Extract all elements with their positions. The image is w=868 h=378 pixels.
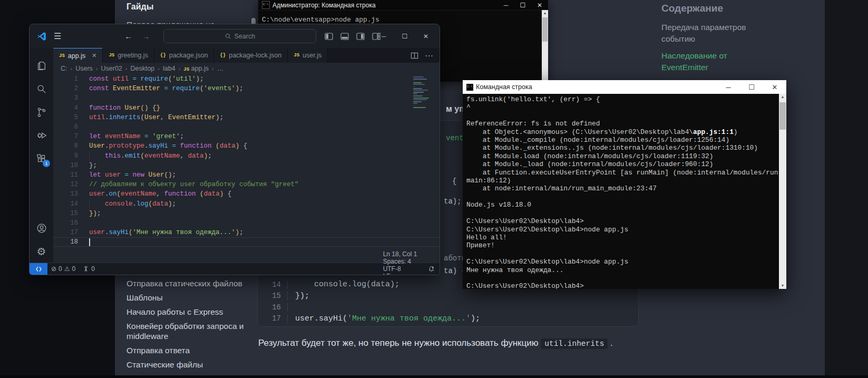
extensions-icon[interactable]: 1: [30, 147, 53, 170]
left-nav-items: Отправка статических файловШаблоныНачало…: [126, 278, 252, 378]
breadcrumb-item[interactable]: User02: [101, 65, 122, 72]
breadcrumb-item[interactable]: …: [217, 65, 224, 72]
page-code-line: 17user.sayHi('Мне нужна твоя одежда...')…: [258, 313, 638, 325]
panel-left-icon[interactable]: [325, 32, 333, 41]
sidebar-nav-item[interactable]: Статические файлы: [126, 360, 252, 370]
settings-gear-icon[interactable]: ⚙: [30, 240, 53, 263]
sidebar-nav-item[interactable]: Отправка ответа: [126, 345, 252, 355]
line-number: 15: [258, 292, 287, 300]
code-editor[interactable]: 1const util = require('util');2const Eve…: [53, 74, 440, 263]
cmd-window: C:\ Командная строка ─ ☐ ✕ fs.unlink('he…: [463, 80, 786, 289]
breadcrumb-separator: ›: [211, 65, 215, 72]
scroll-down-icon[interactable]: ▼: [779, 283, 786, 289]
tab-package.json[interactable]: {}package.json: [154, 48, 214, 63]
tab-label: user.js: [303, 52, 321, 59]
scroll-up-icon[interactable]: ▲: [542, 10, 548, 16]
line-number: 5: [53, 114, 89, 121]
panel-bottom-icon[interactable]: [340, 32, 349, 41]
editor-lines: 1const util = require('util');2const Eve…: [53, 74, 440, 247]
explorer-icon[interactable]: [30, 54, 53, 77]
close-button[interactable]: ✕: [417, 33, 434, 40]
code-line: 3: [53, 93, 440, 103]
close-button[interactable]: ✕: [531, 2, 548, 9]
code-line: 11let user = new User();: [53, 170, 440, 180]
page-code-line: 15});: [258, 290, 638, 302]
minimap[interactable]: [413, 76, 432, 109]
code-line: 18: [53, 237, 440, 247]
line-number: 17: [53, 229, 89, 236]
maximize-button[interactable]: ☐: [514, 2, 531, 9]
console-line: Мне нужна твоя одежда...: [466, 266, 778, 274]
indentation-setting[interactable]: Spaces: 4: [378, 258, 423, 265]
tab-package-lock.json[interactable]: {}package-lock.json: [214, 48, 288, 63]
minimize-button[interactable]: ─: [375, 33, 392, 40]
breadcrumb-item[interactable]: C:: [61, 65, 67, 72]
search-sidebar-icon[interactable]: [30, 77, 53, 101]
console-line: at Module._load (node:internal/modules/c…: [466, 160, 778, 168]
toc-item[interactable]: Передача параметров событию: [661, 22, 754, 45]
minimize-button[interactable]: ─: [498, 2, 514, 9]
code-text: User.prototype.sayHi = function (data) {: [89, 142, 247, 150]
split-editor-icon[interactable]: [411, 52, 418, 60]
search-input[interactable]: Search: [163, 29, 316, 43]
console-line: ^: [466, 103, 778, 111]
breadcrumb-separator: ›: [157, 65, 161, 72]
console-line: C:\Users\User02\Desktop\lab4>: [466, 282, 778, 289]
code-text: };: [89, 162, 97, 169]
code-text: // добавляем к объекту user обработку со…: [89, 181, 299, 188]
encoding[interactable]: UTF-8: [378, 265, 423, 273]
forward-arrow-icon[interactable]: →: [142, 32, 150, 41]
cmd-scrollbar[interactable]: ▲ ▼: [779, 94, 786, 289]
code-line: 5util.inherits(User, EventEmitter);: [53, 113, 440, 122]
sidebar-nav-item[interactable]: Начало работы с Express: [126, 307, 252, 317]
source-control-icon[interactable]: [30, 101, 53, 124]
cursor-position[interactable]: Ln 18, Col 1: [378, 250, 423, 258]
tab-user.js[interactable]: JSuser.js: [288, 48, 328, 63]
maximize-button[interactable]: ☐: [740, 83, 763, 91]
run-debug-icon[interactable]: [30, 124, 53, 147]
panel-right-icon[interactable]: [356, 32, 365, 41]
notifications-bell-icon[interactable]: [423, 266, 440, 273]
maximize-button[interactable]: ☐: [396, 33, 413, 40]
breadcrumb-item[interactable]: lab4: [163, 65, 175, 72]
breadcrumb-item[interactable]: Desktop: [130, 65, 154, 72]
minimize-button[interactable]: ─: [717, 83, 740, 91]
code-text: user.sayHi('Мне нужна твоя одежда...');: [89, 229, 243, 236]
eol-setting[interactable]: LF: [378, 273, 423, 275]
menu-icon[interactable]: ☰: [54, 31, 61, 41]
tab-close-icon[interactable]: ✕: [92, 52, 96, 59]
minimap-mark: [413, 103, 417, 104]
remote-indicator[interactable]: [30, 263, 47, 275]
scrollbar-thumb[interactable]: [542, 17, 548, 42]
accounts-icon[interactable]: [30, 217, 53, 240]
more-actions-icon[interactable]: ⋯: [425, 51, 433, 61]
breadcrumb-item[interactable]: Users: [75, 65, 93, 72]
ports-indicator[interactable]: 0: [79, 265, 99, 273]
page-right-margin: [825, 0, 868, 378]
line-number: 16: [53, 219, 89, 227]
cmd-titlebar[interactable]: C:\ Командная строка ─ ☐ ✕: [463, 80, 786, 94]
cmd-icon: C:\: [262, 1, 270, 9]
js-file-icon: JS: [183, 67, 189, 72]
sidebar-nav-item[interactable]: Шаблоны: [126, 293, 252, 303]
code-line: 16: [53, 218, 440, 228]
scrollbar-thumb[interactable]: [779, 102, 786, 130]
admin-cmd-titlebar[interactable]: C:\ Администратор: Командная строка ─ ☐ …: [258, 0, 548, 11]
sidebar-nav-item[interactable]: Отправка статических файлов: [126, 278, 252, 288]
breadcrumb[interactable]: C:›Users›User02›Desktop›lab4›JS app.js›…: [53, 63, 440, 74]
scroll-up-icon[interactable]: ▲: [779, 94, 786, 100]
tab-app.js[interactable]: JSapp.js✕: [53, 48, 103, 63]
sidebar-nav-item[interactable]: Конвейер обработки запроса и middleware: [126, 321, 252, 341]
problems-indicator[interactable]: ⊘ 0 ⚠ 0: [47, 265, 79, 273]
breadcrumb-item[interactable]: JS app.js: [183, 65, 209, 72]
code-text: user.on(eventName, function (data) {: [89, 190, 231, 198]
vscode-window: ☰ ← → Search ─ ☐ ✕ JSapp.js✕JSgreeting.j…: [29, 24, 440, 275]
admin-cmd-scrollbar[interactable]: ▲: [542, 10, 548, 82]
tab-greeting.js[interactable]: JSgreeting.js: [103, 48, 154, 63]
line-number: 15: [53, 210, 89, 217]
vscode-titlebar[interactable]: ☰ ← → Search ─ ☐ ✕: [30, 24, 440, 48]
toc-link-item[interactable]: Наследование от EventEmitter: [661, 50, 754, 73]
line-number: 16: [258, 303, 287, 312]
close-button[interactable]: ✕: [763, 83, 786, 91]
back-arrow-icon[interactable]: ←: [124, 32, 132, 41]
